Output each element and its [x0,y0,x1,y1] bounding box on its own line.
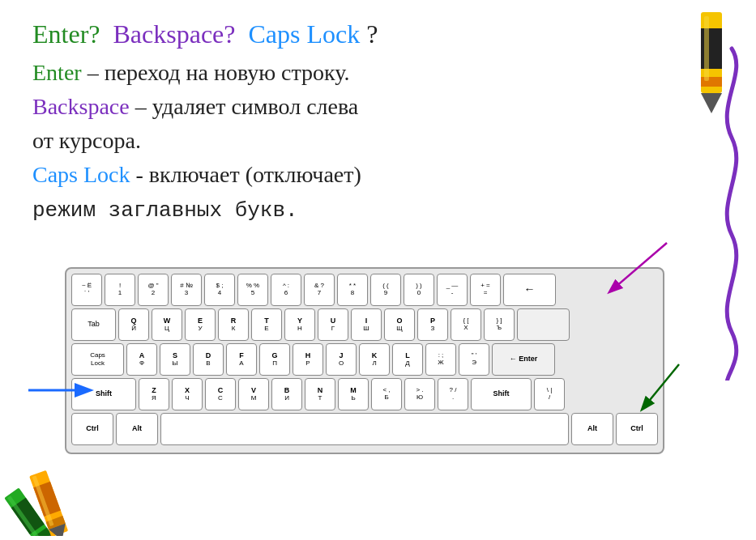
key-y[interactable]: YН [284,308,315,341]
key-o[interactable]: OЩ [384,308,415,341]
key-a[interactable]: AФ [126,343,157,376]
line3: Backspace – удаляет символ слева [32,90,659,124]
keyboard-row-3: CapsLock AФ SЫ DВ FА GП HР JО KЛ LД : ;Ж… [71,343,658,376]
key-caps-lock[interactable]: CapsLock [71,343,124,376]
key-2[interactable]: @ " 2 [138,274,169,306]
key-enter[interactable]: ← Enter [492,343,555,376]
capslock-description: - включает (отключает) [130,162,361,187]
key-4[interactable]: $ ;4 [204,274,235,306]
key-5[interactable]: % %5 [237,274,268,306]
enter-keyword: Enter [32,60,82,85]
key-shift-right[interactable]: Shift [471,378,532,410]
key-d[interactable]: DВ [193,343,224,376]
main-content: Enter? Backspace? Caps Lock ? Enter – пе… [32,16,659,227]
keyboard-row-2: Tab QЙ WЦ EУ RК TЕ YН UГ IШ OЩ PЗ { [Х }… [71,308,658,341]
capslock-label: Caps Lock [249,19,361,49]
crayon-bottom-left-icon [4,463,109,536]
key-g[interactable]: GП [259,343,290,376]
key-tab[interactable]: Tab [71,308,116,341]
key-equals[interactable]: + == [470,274,501,306]
line2: Enter – переход на новую строку. [32,56,659,90]
key-minus[interactable]: _ —- [437,274,468,306]
keyboard: ~ Ё` ' !1 @ " 2 # №3 $ ;4 % %5 ^ :6 & ?7… [65,267,664,454]
backspace-description: – удаляет символ слева [130,94,359,119]
key-f[interactable]: FА [226,343,257,376]
key-8[interactable]: * *8 [337,274,368,306]
key-enter-top[interactable] [517,308,570,341]
key-alt-left[interactable]: Alt [116,413,158,445]
key-p[interactable]: PЗ [417,308,448,341]
key-k[interactable]: KЛ [359,343,390,376]
key-q[interactable]: QЙ [118,308,149,341]
key-bracket-r[interactable]: } ]Ъ [484,308,515,341]
key-b[interactable]: BИ [271,378,302,410]
capslock-keyword: Caps Lock [32,162,130,187]
key-backslash[interactable]: \ |/ [534,378,565,410]
capslock-description-2: режим заглавных букв. [32,198,298,223]
key-w[interactable]: WЦ [152,308,182,341]
key-ctrl-left[interactable]: Ctrl [71,413,113,445]
question-mark: ? [366,19,378,49]
key-e[interactable]: EУ [185,308,216,341]
key-slash[interactable]: ? /. [438,378,468,410]
arrow-enter [630,356,711,421]
backspace-label: Backspace? [113,19,236,49]
key-i[interactable]: IШ [351,308,382,341]
key-t[interactable]: TЕ [251,308,282,341]
key-period[interactable]: > .Ю [404,378,435,410]
key-n[interactable]: NТ [305,378,335,410]
key-j[interactable]: JО [326,343,357,376]
squiggle-right-icon [707,40,752,381]
arrow-capslock [24,378,97,402]
keyboard-row-5: Ctrl Alt Alt Ctrl [71,413,658,445]
line1: Enter? Backspace? Caps Lock ? [32,16,659,53]
keyboard-row-4: Shift ZЯ XЧ CС VМ BИ NТ MЬ < ,Б > .Ю ? /… [71,378,658,410]
line4b: режим заглавных букв. [32,192,659,227]
key-u[interactable]: UГ [318,308,348,341]
key-m[interactable]: MЬ [338,378,369,410]
key-9[interactable]: ( (9 [370,274,401,306]
key-6[interactable]: ^ :6 [271,274,301,306]
key-comma[interactable]: < ,Б [371,378,402,410]
key-backspace[interactable]: ← [503,274,556,306]
key-c[interactable]: CС [205,378,236,410]
key-quote[interactable]: " 'Э [459,343,489,376]
line3b: от курсора. [32,124,659,158]
svg-line-1 [610,243,667,291]
key-v[interactable]: VМ [238,378,269,410]
key-bracket-l[interactable]: { [Х [451,308,481,341]
key-l[interactable]: LД [392,343,423,376]
backspace-description-2: от курсора. [32,128,141,153]
key-1[interactable]: !1 [105,274,135,306]
key-0[interactable]: ) )0 [404,274,434,306]
key-alt-right[interactable]: Alt [571,413,613,445]
svg-line-2 [643,364,679,409]
key-space[interactable] [160,413,569,445]
line4: Caps Lock - включает (отключает) [32,158,659,192]
key-semicolon[interactable]: : ;Ж [425,343,456,376]
key-r[interactable]: RК [218,308,249,341]
key-7[interactable]: & ?7 [304,274,335,306]
backspace-keyword: Backspace [32,94,130,119]
key-h[interactable]: HР [293,343,323,376]
enter-label: Enter? [32,19,100,49]
arrow-backspace [594,235,691,300]
key-tilde[interactable]: ~ Ё` ' [71,274,102,306]
key-3[interactable]: # №3 [171,274,202,306]
key-s[interactable]: SЫ [160,343,190,376]
key-z[interactable]: ZЯ [139,378,169,410]
keyboard-row-1: ~ Ё` ' !1 @ " 2 # №3 $ ;4 % %5 ^ :6 & ?7… [71,274,658,306]
key-x[interactable]: XЧ [172,378,203,410]
enter-description: – переход на новую строку. [82,60,350,85]
